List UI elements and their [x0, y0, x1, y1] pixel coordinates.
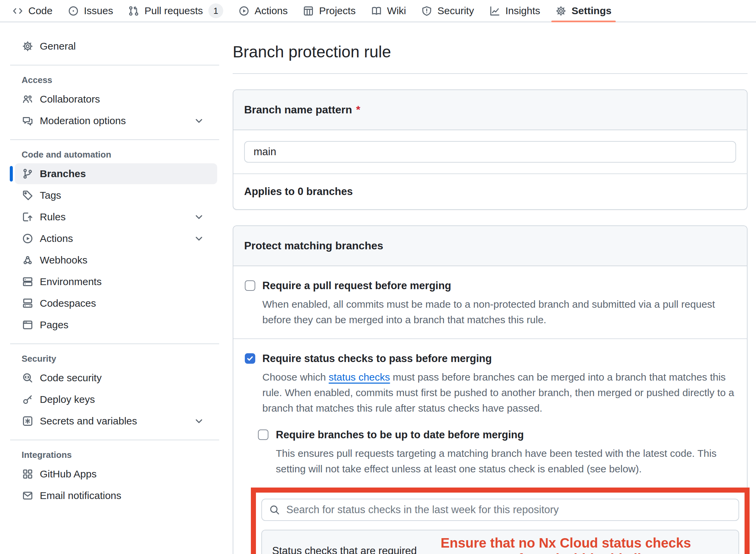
sidebar-item-pages[interactable]: Pages — [15, 314, 217, 335]
sidebar-divider — [10, 139, 219, 140]
annotation-line-1: Ensure that no Nx Cloud status checks — [417, 535, 715, 551]
sidebar-item-label: GitHub Apps — [40, 468, 96, 480]
annotation-line-2: are enforced within this list — [417, 551, 715, 554]
pull-requests-count-badge: 1 — [208, 3, 223, 18]
sidebar-item-label: Secrets and variables — [40, 415, 137, 427]
branch-name-pattern-card: Branch name pattern* Applies to 0 branch… — [233, 89, 748, 210]
sidebar-item-environments[interactable]: Environments — [15, 271, 217, 292]
option-label: Require status checks to pass before mer… — [262, 352, 735, 365]
sidebar-item-label: Pages — [40, 319, 68, 331]
sidebar-item-label: Branches — [40, 168, 86, 179]
tab-label: Security — [437, 5, 474, 17]
tab-label: Code — [28, 5, 53, 17]
webhook-icon — [22, 255, 33, 266]
status-check-search-input[interactable] — [261, 499, 739, 521]
sidebar-item-secrets-and-variables[interactable]: Secrets and variables — [15, 411, 217, 432]
tab-label: Actions — [255, 5, 288, 17]
tab-label: Projects — [319, 5, 355, 17]
chevron-down-icon — [194, 115, 204, 126]
sidebar-item-github-apps[interactable]: GitHub Apps — [15, 464, 217, 484]
require-pull-request-option: Require a pull request before merging Wh… — [233, 266, 747, 338]
option-description: Choose which status checks must pass bef… — [262, 369, 735, 416]
tab-label: Wiki — [387, 5, 406, 17]
branch-name-pattern-header: Branch name pattern* — [233, 90, 747, 130]
status-checks-list-header: Status checks that are required Ensure t… — [262, 530, 738, 554]
issue-opened-icon — [68, 6, 79, 16]
sidebar-item-deploy-keys[interactable]: Deploy keys — [15, 389, 217, 410]
sidebar-item-code-security[interactable]: Code security — [15, 367, 217, 388]
sidebar-item-codespaces[interactable]: Codespaces — [15, 293, 217, 314]
require-up-to-date-option: Require branches to be up to date before… — [258, 428, 735, 477]
tab-actions[interactable]: Actions — [231, 0, 295, 22]
tab-issues[interactable]: Issues — [60, 0, 121, 22]
option-description: When enabled, all commits must be made t… — [262, 297, 735, 328]
sidebar-item-actions[interactable]: Actions — [15, 228, 217, 249]
require-pull-request-checkbox[interactable] — [245, 280, 255, 291]
sidebar-item-moderation-options[interactable]: Moderation options — [15, 110, 217, 131]
page-title: Branch protection rule — [233, 43, 748, 61]
play-icon — [22, 233, 33, 244]
sidebar-item-rules[interactable]: Rules — [15, 206, 217, 227]
gear-icon — [556, 6, 566, 16]
option-description: This ensures pull requests targeting a m… — [276, 446, 735, 477]
required-asterisk: * — [356, 104, 360, 116]
sidebar-section-integrations: Integrations — [22, 450, 217, 460]
require-status-checks-option: Require status checks to pass before mer… — [233, 339, 747, 554]
git-pull-request-icon — [128, 6, 139, 16]
sidebar-divider — [10, 343, 219, 344]
tab-projects[interactable]: Projects — [295, 0, 363, 22]
project-table-icon — [303, 6, 314, 16]
sidebar-item-label: Environments — [40, 276, 101, 287]
sidebar-section-access: Access — [22, 75, 217, 85]
key-icon — [22, 394, 33, 405]
chevron-down-icon — [194, 212, 204, 222]
play-icon — [239, 6, 249, 16]
protect-matching-branches-card: Protect matching branches Require a pull… — [233, 225, 748, 554]
tag-icon — [22, 190, 33, 201]
sidebar-item-tags[interactable]: Tags — [15, 185, 217, 206]
tab-wiki[interactable]: Wiki — [364, 0, 414, 22]
book-icon — [371, 6, 382, 16]
sidebar-item-label: Rules — [40, 211, 66, 223]
search-icon — [269, 505, 280, 515]
sidebar-item-email-notifications[interactable]: Email notifications — [15, 485, 217, 506]
require-status-checks-checkbox[interactable] — [245, 353, 255, 364]
tab-security[interactable]: Security — [414, 0, 482, 22]
status-checks-link[interactable]: status checks — [329, 371, 390, 383]
server-icon — [22, 276, 33, 287]
require-up-to-date-checkbox[interactable] — [258, 430, 268, 440]
tab-label: Issues — [84, 5, 113, 17]
option-label: Require branches to be up to date before… — [276, 428, 735, 442]
shield-icon — [421, 6, 432, 16]
sidebar-item-label: Code security — [40, 372, 101, 384]
asterisk-box-icon — [22, 416, 33, 426]
sidebar-item-general[interactable]: General — [15, 36, 217, 57]
tab-settings[interactable]: Settings — [548, 0, 619, 22]
description-text: Choose which — [262, 371, 329, 383]
pattern-input-section — [233, 130, 747, 173]
sidebar-item-label: Webhooks — [40, 254, 87, 266]
repo-nav: Code Issues Pull requests 1 Actions Proj… — [0, 0, 756, 22]
sidebar-item-branches[interactable]: Branches — [15, 163, 217, 184]
tab-insights[interactable]: Insights — [482, 0, 548, 22]
tab-pull-requests[interactable]: Pull requests 1 — [121, 0, 231, 22]
sidebar-section-code-and-automation: Code and automation — [22, 149, 217, 160]
annotation-highlight-box: Status checks that are required Ensure t… — [251, 488, 750, 554]
sidebar-item-collaborators[interactable]: Collaborators — [15, 89, 217, 110]
title-divider — [233, 73, 748, 74]
sidebar-item-label: Tags — [40, 190, 61, 201]
sidebar-item-webhooks[interactable]: Webhooks — [15, 250, 217, 271]
sidebar-divider — [10, 440, 219, 440]
tab-code[interactable]: Code — [5, 0, 60, 22]
tab-label: Pull requests — [144, 5, 203, 17]
protect-matching-branches-header: Protect matching branches — [233, 226, 747, 266]
branch-name-pattern-input[interactable] — [244, 141, 736, 163]
graph-icon — [490, 6, 500, 16]
branch-name-pattern-label: Branch name pattern — [244, 104, 352, 116]
sidebar-item-label: General — [40, 40, 76, 52]
apps-grid-icon — [22, 469, 33, 479]
selected-indicator — [10, 166, 13, 182]
sidebar-item-label: Deploy keys — [40, 394, 95, 405]
branch-protection-content: Branch protection rule Branch name patte… — [233, 22, 748, 554]
sidebar-divider — [10, 65, 219, 65]
